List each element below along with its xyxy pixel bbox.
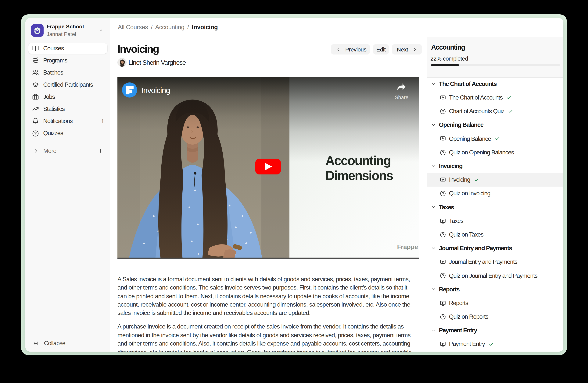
- svg-text:Frappe: Frappe: [397, 243, 418, 250]
- svg-text:Share: Share: [395, 95, 408, 100]
- svg-text:Dimensions: Dimensions: [325, 168, 393, 182]
- svg-text:Invoicing: Invoicing: [141, 86, 170, 95]
